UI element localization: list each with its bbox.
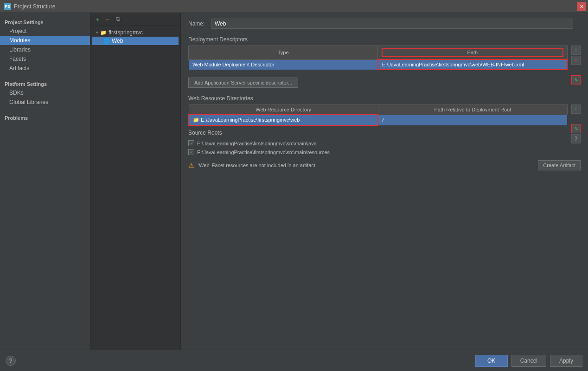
bottom-right: OK Cancel Apply (475, 355, 582, 367)
expand-arrow: ▾ (96, 30, 98, 35)
sidebar-item-global-libraries[interactable]: Global Libraries (0, 98, 90, 107)
add-descriptor-button[interactable]: + (571, 46, 581, 55)
sidebar: Project Settings Project Modules Librari… (0, 13, 90, 350)
remove-descriptor-button[interactable]: − (571, 56, 581, 65)
web-resource-directories-container: Web Resource Directory Path Relative to … (188, 104, 581, 126)
title-bar: PS Project Structure ✕ (0, 0, 588, 13)
deployment-type-cell: Web Module Deployment Descriptor (189, 59, 378, 70)
edit-webres-button[interactable]: ✎ (571, 124, 581, 133)
app-icon: PS (4, 3, 11, 10)
sidebar-item-facets[interactable]: Facets (0, 54, 90, 64)
warning-row: ⚠ 'Web' Facet resources are not included… (188, 160, 581, 170)
cancel-button[interactable]: Cancel (511, 355, 546, 367)
web-dir-cell: 📁 E:\JavaLearningPractise\firstspringmvc… (189, 115, 378, 125)
col-type: Type (189, 46, 378, 60)
copy-module-button[interactable]: ⧉ (114, 15, 122, 23)
col-web-dir: Web Resource Directory (189, 105, 378, 115)
left-panel: + − ⧉ ▾ 📁 firstspringmvc 🌐 Web (90, 13, 181, 350)
panel-toolbar: + − ⧉ (90, 13, 180, 26)
platform-settings-label: Platform Settings (0, 78, 90, 88)
source-root-item-1: ✓ E:\JavaLearningPractise\firstspringmvc… (188, 148, 581, 156)
deployment-descriptors-table: Type Path Web Module Deployment Descript… (188, 46, 568, 70)
deployment-path-cell: E:\JavaLearningPractise\firstspringmvc\w… (378, 59, 567, 70)
remove-module-button[interactable]: − (103, 15, 112, 23)
path-relative-cell: / (378, 115, 567, 125)
folder-icon-small: 📁 (193, 117, 201, 123)
project-settings-label: Project Settings (0, 17, 90, 26)
name-input[interactable] (211, 19, 573, 29)
add-webres-button[interactable]: + (571, 104, 581, 114)
col-path-relative: Path Relative to Deployment Root (378, 105, 567, 115)
sidebar-item-artifacts[interactable]: Artifacts (0, 64, 90, 73)
warning-text: 'Web' Facet resources are not included i… (198, 163, 315, 168)
web-icon: 🌐 (103, 38, 110, 44)
source-root-path-0: E:\JavaLearningPractise\firstspringmvc\s… (197, 141, 317, 146)
content-inner: Name: Deployment Descriptors Type Path (181, 13, 588, 350)
tree-item-web[interactable]: 🌐 Web (92, 37, 179, 45)
content-area: Name: Deployment Descriptors Type Path (181, 13, 588, 350)
apply-button[interactable]: Apply (550, 355, 582, 367)
folder-icon: 📁 (100, 30, 107, 36)
add-server-descriptor-button[interactable]: Add Application Server specific descript… (188, 78, 298, 88)
table-row[interactable]: Web Module Deployment Descriptor E:\Java… (189, 59, 568, 70)
close-button[interactable]: ✕ (577, 2, 586, 11)
help-button[interactable]: ? (6, 356, 16, 366)
webres-side-buttons: + ✎ ? (571, 104, 581, 143)
window-title: Project Structure (14, 3, 55, 10)
source-root-checkbox-0[interactable]: ✓ (188, 140, 194, 146)
tree-item-firstspringmvc[interactable]: ▾ 📁 firstspringmvc (92, 28, 179, 37)
help-webres-button[interactable]: ? (571, 134, 581, 143)
source-root-item-0: ✓ E:\JavaLearningPractise\firstspringmvc… (188, 139, 581, 148)
name-label: Name: (188, 20, 207, 27)
sidebar-item-sdks[interactable]: SDKs (0, 88, 90, 98)
source-roots-title: Source Roots (188, 130, 581, 136)
source-roots-list: ✓ E:\JavaLearningPractise\firstspringmvc… (188, 139, 581, 156)
tree-label-project: firstspringmvc (109, 29, 143, 36)
source-root-path-1: E:\JavaLearningPractise\firstspringmvc\s… (197, 150, 330, 155)
web-resource-directories-title: Web Resource Directories (188, 95, 581, 102)
bottom-left: ? (6, 356, 16, 366)
col-path: Path (378, 46, 567, 60)
module-tree: ▾ 📁 firstspringmvc 🌐 Web (90, 26, 180, 48)
sidebar-item-libraries[interactable]: Libraries (0, 45, 90, 54)
main-layout: Project Settings Project Modules Librari… (0, 13, 588, 350)
ok-button[interactable]: OK (475, 355, 508, 367)
deployment-descriptors-container: Type Path Web Module Deployment Descript… (188, 46, 581, 70)
name-row: Name: (188, 19, 581, 29)
sidebar-item-modules[interactable]: Modules (0, 36, 90, 45)
deployment-descriptors-title: Deployment Descriptors (188, 36, 581, 43)
bottom-bar: ? OK Cancel Apply (0, 350, 588, 371)
sidebar-item-project[interactable]: Project (0, 26, 90, 36)
web-resource-table: Web Resource Directory Path Relative to … (188, 104, 568, 126)
problems-label: Problems (0, 112, 90, 122)
edit-descriptor-button[interactable]: ✎ (571, 75, 581, 85)
warning-icon: ⚠ (188, 162, 194, 169)
tree-label-web: Web (112, 38, 123, 44)
descriptor-side-buttons: + − ✎ (571, 46, 581, 85)
table-row[interactable]: 📁 E:\JavaLearningPractise\firstspringmvc… (189, 115, 568, 125)
source-root-checkbox-1[interactable]: ✓ (188, 149, 194, 155)
create-artifact-button[interactable]: Create Artifact (538, 160, 581, 170)
add-module-button[interactable]: + (93, 15, 102, 23)
